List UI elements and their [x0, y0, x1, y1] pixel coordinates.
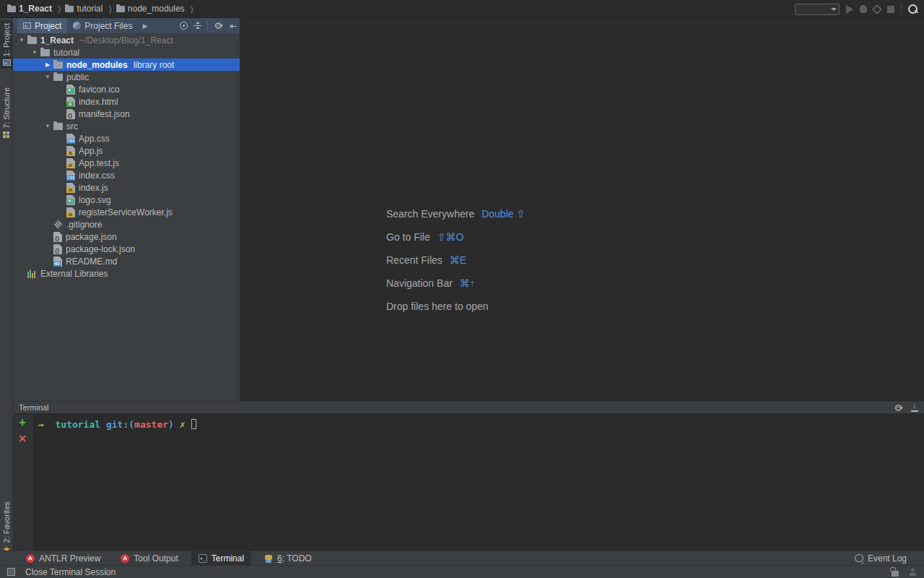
tree-item-label: index.js: [79, 183, 108, 193]
prompt-segment: ✗: [180, 419, 191, 430]
hide-panel-icon[interactable]: [911, 404, 918, 412]
tree-item-label: .gitignore: [66, 220, 102, 230]
folder-file-icon: [53, 61, 63, 69]
chevron-down-icon[interactable]: ▼: [42, 74, 53, 80]
tree-row[interactable]: {}package-lock.json: [13, 243, 240, 255]
chevron-down-icon: ▼: [219, 23, 224, 28]
editor-area[interactable]: Search EverywhereDouble ⇧Go to File⇧⌘ORe…: [240, 18, 924, 401]
tree-row[interactable]: {}manifest.json: [13, 108, 240, 120]
event-log-label: Event Log: [868, 553, 907, 564]
js-file-icon: JS: [66, 207, 75, 217]
chevron-right-icon[interactable]: ▶: [42, 61, 53, 68]
coverage-button[interactable]: [872, 4, 882, 14]
css-file-icon: CSS: [66, 134, 75, 144]
shortcut-label: Go to File: [386, 231, 430, 243]
todo-icon: [264, 554, 273, 563]
tree-item-label: public: [66, 72, 89, 82]
sidebar-item-project[interactable]: 1: Project: [0, 20, 13, 69]
shortcut-label: Navigation Bar: [386, 277, 453, 289]
tree-item-label: App.test.js: [79, 158, 119, 168]
tree-row[interactable]: {}package.json: [13, 230, 240, 243]
tool-window-button-tool-output[interactable]: ATool Output: [113, 551, 185, 566]
tool-window-button-antlr-preview[interactable]: AANTLR Preview: [19, 551, 108, 566]
breadcrumb-item[interactable]: node_modules❭: [116, 4, 198, 14]
html-file-icon: H: [66, 97, 75, 107]
tab-project-files-label: Project Files: [84, 21, 132, 31]
image-file-icon: [66, 85, 75, 95]
search-icon[interactable]: [908, 4, 918, 14]
hide-panel-icon[interactable]: ⇤: [230, 21, 237, 31]
folder-file-icon: [53, 74, 63, 81]
more-tabs-icon[interactable]: ▶: [142, 22, 147, 30]
unlock-icon[interactable]: [892, 571, 899, 577]
project-tree: ▼1_React~/Desktop/Blog/1_React▼tutorial▶…: [13, 33, 240, 401]
project-tab-icon: [23, 22, 31, 29]
locate-icon[interactable]: [180, 22, 188, 30]
terminal-tools: ⚙ ▼: [894, 403, 918, 413]
toggle-tool-buttons-icon[interactable]: [7, 568, 15, 576]
tree-row[interactable]: .gitignore: [13, 218, 240, 230]
tree-row[interactable]: ▼tutorial: [13, 46, 240, 59]
tool-window-button-6-todo[interactable]: 6: TODO: [257, 551, 319, 566]
tree-row[interactable]: ▼public: [13, 71, 240, 83]
chevron-down-icon[interactable]: ▼: [16, 37, 27, 43]
tree-row[interactable]: ▼src: [13, 120, 240, 132]
tool-window-button-label: 6: TODO: [277, 553, 312, 564]
close-session-icon[interactable]: ✕: [18, 434, 27, 444]
stop-button[interactable]: [887, 6, 894, 13]
tool-window-button-label: ANTLR Preview: [39, 553, 100, 564]
tool-window-button-terminal[interactable]: >_Terminal: [191, 551, 251, 566]
tree-row[interactable]: logo.svg: [13, 194, 240, 206]
tree-item-suffix: ~/Desktop/Blog/1_React: [79, 35, 173, 46]
tree-row[interactable]: Hindex.html: [13, 95, 240, 108]
chevron-down-icon[interactable]: ▼: [29, 49, 40, 56]
tree-item-label: package-lock.json: [66, 244, 135, 254]
tree-row[interactable]: MDREADME.md: [13, 255, 240, 267]
tree-item-label: index.css: [79, 171, 115, 181]
chevron-right-icon: ❭: [189, 5, 195, 13]
prompt-segment: →: [38, 419, 44, 430]
tree-row[interactable]: ▶node_moduleslibrary root: [13, 59, 240, 71]
json-file-icon: {}: [53, 232, 62, 242]
status-message: Close Terminal Session: [25, 567, 116, 577]
tree-row[interactable]: ▼1_React~/Desktop/Blog/1_React: [13, 34, 240, 46]
folder-icon: [7, 6, 16, 12]
shortcut-keys: Double ⇧: [481, 208, 525, 220]
prompt-segment: tutorial: [55, 419, 105, 430]
tree-row[interactable]: External Libraries: [13, 267, 240, 280]
tool-window-button-label: Tool Output: [134, 553, 178, 564]
new-session-icon[interactable]: +: [19, 417, 26, 428]
sidebar-item-favorites[interactable]: 2: Favorites ★: [0, 499, 13, 557]
shortcut-label: Recent Files: [386, 254, 443, 266]
tab-project-files[interactable]: Project Files: [67, 18, 138, 33]
tree-row[interactable]: JSregisterServiceWorker.js: [13, 206, 240, 218]
tree-row[interactable]: favicon.ico: [13, 83, 240, 95]
chevron-down-icon[interactable]: ▼: [42, 123, 53, 129]
tool-window-bar: AANTLR PreviewATool Output>_Terminal6: T…: [0, 551, 924, 565]
breadcrumb-item[interactable]: tutorial❭: [65, 4, 116, 14]
breadcrumb: 1_React❭tutorial❭node_modules❭: [7, 4, 198, 14]
tree-row[interactable]: JSApp.js: [13, 144, 240, 157]
tree-row[interactable]: CSSApp.css: [13, 132, 240, 144]
run-button[interactable]: [846, 5, 853, 14]
highlighting-level-icon[interactable]: [909, 568, 917, 576]
terminal-panel: Terminal ⚙ ▼ + ✕ → tutorial git:(master)…: [13, 401, 924, 551]
shortcut-keys: ⌘↑: [460, 277, 475, 289]
tree-item-label: favicon.ico: [79, 85, 120, 95]
settings-menu[interactable]: ⚙ ▼: [214, 21, 224, 30]
tree-row[interactable]: JSApp.test.js: [13, 157, 240, 169]
sidebar-item-structure[interactable]: 7: Structure: [0, 85, 13, 142]
terminal-title: Terminal: [19, 403, 49, 412]
terminal-content[interactable]: → tutorial git:(master) ✗: [32, 415, 924, 551]
json-file-icon: {}: [53, 244, 62, 254]
folder-file-icon: [53, 123, 63, 130]
tree-row[interactable]: CSSindex.css: [13, 169, 240, 181]
run-config-select[interactable]: [795, 4, 840, 15]
tab-project[interactable]: Project: [17, 18, 67, 33]
debug-button[interactable]: [860, 5, 867, 13]
event-log-button[interactable]: Event Log: [855, 553, 907, 564]
collapse-all-icon[interactable]: [193, 22, 201, 29]
tree-row[interactable]: JSindex.js: [13, 181, 240, 194]
breadcrumb-item[interactable]: 1_React❭: [7, 4, 65, 14]
terminal-settings-menu[interactable]: ⚙ ▼: [894, 403, 904, 413]
